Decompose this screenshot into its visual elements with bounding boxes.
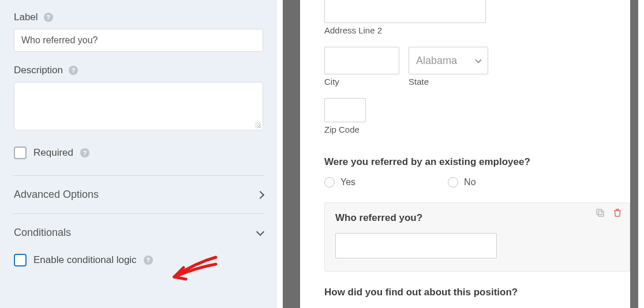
conditionals-accordion[interactable]: Conditionals bbox=[14, 214, 263, 251]
city-label: City bbox=[324, 77, 399, 87]
zip-input[interactable] bbox=[324, 98, 366, 122]
chevron-right-icon bbox=[256, 190, 264, 198]
svg-rect-0 bbox=[598, 211, 604, 216]
radio-no-label: No bbox=[464, 177, 475, 187]
radio-icon bbox=[324, 177, 335, 187]
panel-gutter bbox=[277, 0, 317, 308]
required-label: Required bbox=[33, 147, 73, 159]
radio-no[interactable]: No bbox=[448, 177, 475, 187]
required-checkbox[interactable] bbox=[14, 147, 27, 159]
enable-conditional-label: Enable conditional logic bbox=[33, 254, 137, 266]
city-input[interactable] bbox=[324, 47, 399, 74]
form-preview: Address Line 2 City Alabama State bbox=[317, 0, 644, 308]
advanced-options-label: Advanced Options bbox=[14, 189, 99, 201]
description-textarea[interactable] bbox=[14, 82, 263, 130]
svg-rect-1 bbox=[597, 209, 602, 215]
state-label: State bbox=[409, 77, 488, 87]
help-icon[interactable] bbox=[144, 256, 153, 265]
chevron-down-icon bbox=[256, 227, 264, 235]
radio-yes[interactable]: Yes bbox=[324, 177, 355, 187]
state-selected: Alabama bbox=[416, 55, 457, 67]
address-line-2-label: Address Line 2 bbox=[324, 25, 630, 35]
label-heading: Label bbox=[14, 12, 38, 23]
state-dropdown[interactable]: Alabama bbox=[409, 47, 488, 74]
radio-icon bbox=[448, 177, 458, 187]
address-line-2-input[interactable] bbox=[324, 0, 486, 23]
trash-icon[interactable] bbox=[612, 208, 623, 220]
who-referred-input[interactable] bbox=[335, 233, 497, 258]
conditionals-label: Conditionals bbox=[14, 227, 71, 239]
right-scroll-edge bbox=[630, 0, 644, 308]
help-icon[interactable] bbox=[69, 66, 78, 75]
help-icon[interactable] bbox=[80, 148, 89, 157]
advanced-options-accordion[interactable]: Advanced Options bbox=[14, 176, 263, 213]
description-heading: Description bbox=[14, 65, 63, 76]
selected-field-who-referred[interactable]: Who referred you? bbox=[324, 202, 630, 272]
field-options-sidebar: Label Description Required Advanced Opti… bbox=[0, 0, 277, 308]
who-referred-label: Who referred you? bbox=[335, 212, 619, 224]
duplicate-icon[interactable] bbox=[595, 208, 605, 220]
chevron-down-icon bbox=[475, 57, 481, 63]
required-row[interactable]: Required bbox=[14, 147, 263, 159]
enable-conditional-checkbox[interactable] bbox=[14, 254, 27, 266]
label-input[interactable] bbox=[14, 29, 263, 52]
help-icon[interactable] bbox=[44, 13, 53, 22]
radio-yes-label: Yes bbox=[340, 177, 355, 187]
zip-label: Zip Code bbox=[324, 125, 630, 134]
referred-question: Were you referred by an existing employe… bbox=[324, 156, 630, 168]
referred-question-group: Were you referred by an existing employe… bbox=[324, 156, 630, 187]
enable-conditional-logic-row[interactable]: Enable conditional logic bbox=[14, 254, 263, 266]
how-find-question: How did you find out about this position… bbox=[324, 287, 630, 298]
